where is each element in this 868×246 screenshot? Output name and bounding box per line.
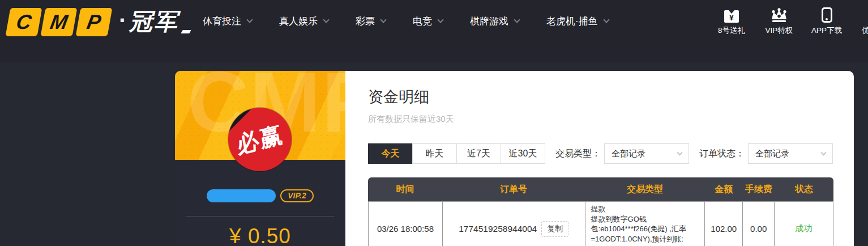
crown-icon: [770, 8, 788, 23]
top-navbar: C M P · 冠军 体育投注 真人娱乐 彩票 电竞 棋牌游戏 老虎机·捕鱼: [0, 0, 868, 62]
order-number: 1774519258944004: [459, 224, 537, 234]
cell-fee: 0.00: [743, 202, 775, 246]
date-range-tabs: 今天 昨天 近7天 近30天: [368, 143, 545, 164]
yen-glyph: ¥: [729, 14, 734, 22]
quick-link-promo-partial[interactable]: 优: [857, 7, 868, 36]
menu-item-esports[interactable]: 电竞: [413, 15, 443, 28]
content-card: CMP 必赢 VIP.2 ¥ 0.50 资金明细 所有数据只保留近30天 今天 …: [175, 71, 854, 246]
cell-type: 提款 提款到数字GO钱包:eb1004***f266(免提) ,汇率=1GODT…: [585, 202, 705, 246]
quick-link-gift[interactable]: ¥ 8号送礼: [715, 7, 749, 36]
chevron-down-icon: [380, 16, 386, 23]
logo-letter-box: P: [76, 8, 113, 36]
phone-icon: [822, 7, 832, 23]
logo-dot: ·: [119, 7, 127, 34]
menu-item-board-games[interactable]: 棋牌游戏: [470, 15, 519, 28]
tab-last-7-days[interactable]: 近7天: [456, 143, 501, 164]
user-row: VIP.2: [175, 189, 345, 202]
menu-item-live-casino[interactable]: 真人娱乐: [279, 15, 328, 28]
table-header: 时间 订单号 交易类型 金额 手续费 状态: [368, 177, 833, 201]
cell-time: 03/26 18:00:58: [369, 202, 443, 246]
main-menu: 体育投注 真人娱乐 彩票 电竞 棋牌游戏 老虎机·捕鱼: [203, 0, 609, 42]
logo-letter-box: M: [41, 8, 78, 36]
chevron-down-icon: [246, 16, 253, 23]
status-badge: 成功: [775, 202, 833, 246]
menu-item-lottery[interactable]: 彩票: [356, 15, 386, 28]
chevron-down-icon: [514, 16, 520, 23]
header-status: 状态: [775, 184, 833, 196]
header-time: 时间: [368, 184, 442, 196]
chevron-down-icon: [323, 16, 329, 23]
menu-item-label: 体育投注: [203, 15, 241, 28]
menu-item-sports[interactable]: 体育投注: [203, 15, 252, 28]
menu-item-label: 电竞: [413, 15, 432, 28]
quick-link-label: 优: [862, 26, 868, 36]
header-fee: 手续费: [743, 184, 775, 196]
quick-links: ¥ 8号送礼 VIP特权 APP下载 优: [715, 7, 868, 36]
menu-item-label: 彩票: [356, 15, 375, 28]
type-title: 提款: [591, 204, 606, 214]
menu-item-slots-fishing[interactable]: 老虎机·捕鱼: [546, 15, 609, 28]
menu-item-label: 棋牌游戏: [470, 15, 508, 28]
page-subtitle: 所有数据只保留近30天: [368, 114, 454, 125]
avatar-text: 必赢: [234, 118, 285, 161]
cell-amount: 102.00: [705, 202, 743, 246]
transaction-type-label: 交易类型：: [555, 148, 601, 160]
sidebar: CMP 必赢 VIP.2 ¥ 0.50: [175, 71, 345, 246]
page-title: 资金明细: [368, 87, 429, 107]
quick-link-label: VIP特权: [766, 26, 793, 36]
quick-link-label: APP下载: [811, 26, 842, 36]
tab-today[interactable]: 今天: [368, 143, 413, 164]
main-panel: 资金明细 所有数据只保留近30天 今天 昨天 近7天 近30天 交易类型： 全部…: [345, 71, 854, 246]
transaction-type-select[interactable]: 全部记录: [604, 143, 689, 164]
menu-item-label: 老虎机·捕鱼: [546, 15, 598, 28]
tab-last-30-days[interactable]: 近30天: [501, 143, 545, 164]
order-status-label: 订单状态：: [699, 148, 745, 160]
header-amount: 金额: [705, 184, 743, 196]
username-redacted: [207, 189, 276, 202]
vip-badge: VIP.2: [280, 189, 313, 202]
avatar[interactable]: 必赢: [228, 108, 292, 171]
gift-icon: ¥: [724, 10, 739, 23]
select-arrow-icon: [821, 150, 827, 156]
quick-link-label: 8号送礼: [718, 26, 745, 36]
chevron-down-icon: [603, 16, 609, 23]
site-logo[interactable]: C M P · 冠军: [8, 6, 190, 37]
copy-button[interactable]: 复制: [541, 221, 568, 237]
cell-order-no: 1774519258944004 复制: [443, 202, 585, 246]
tab-yesterday[interactable]: 昨天: [412, 143, 457, 164]
filter-row: 今天 昨天 近7天 近30天 交易类型： 全部记录 订单状态： 全部记录: [368, 143, 833, 164]
divider: [186, 216, 334, 217]
logo-letter-box: C: [6, 8, 42, 36]
quick-link-app[interactable]: APP下载: [810, 7, 844, 36]
menu-item-label: 真人娱乐: [279, 15, 318, 28]
logo-text-cn: 冠军: [129, 6, 179, 37]
type-detail: 提款到数字GO钱包:eb1004***f266(免提) ,汇率=1GODT:1.…: [591, 214, 699, 246]
table-row: 03/26 18:00:58 1774519258944004 复制 提款 提款…: [368, 201, 833, 246]
transactions-table: 时间 订单号 交易类型 金额 手续费 状态 03/26 18:00:58 177…: [368, 177, 833, 246]
select-arrow-icon: [677, 150, 683, 156]
logo-dash: [181, 30, 191, 33]
chevron-down-icon: [437, 16, 443, 23]
header-order-no: 订单号: [442, 184, 585, 196]
select-value: 全部记录: [755, 149, 789, 159]
quick-link-vip[interactable]: VIP特权: [762, 7, 796, 36]
order-status-select[interactable]: 全部记录: [748, 143, 833, 164]
header-type: 交易类型: [585, 184, 705, 196]
select-value: 全部记录: [612, 149, 645, 159]
balance-amount: ¥ 0.50: [175, 224, 345, 246]
